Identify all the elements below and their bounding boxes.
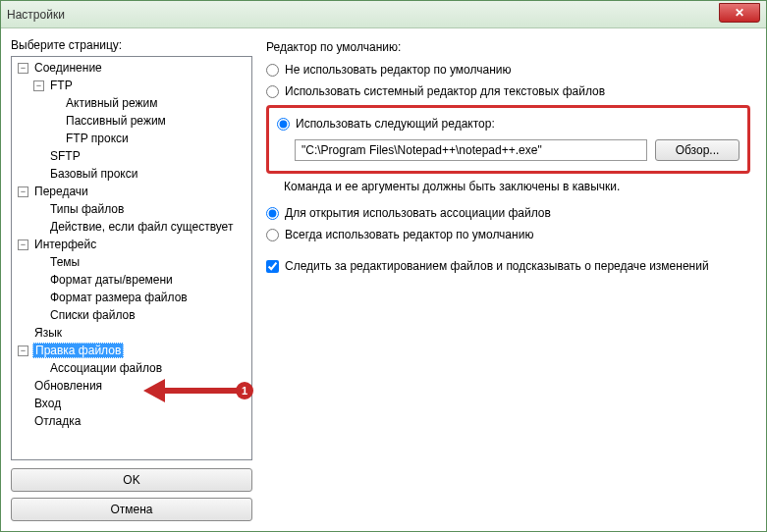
tree-item-associations[interactable]: Ассоциации файлов <box>12 359 251 377</box>
close-button[interactable]: ✕ <box>719 3 760 23</box>
tree-item-passive-mode[interactable]: Пассивный режим <box>12 112 251 130</box>
tree-item-basic-proxy[interactable]: Базовый прокси <box>12 165 251 183</box>
tree-item-login[interactable]: Вход <box>12 395 251 412</box>
settings-window: Настройки ✕ Выберите страницу: −Соединен… <box>0 0 767 532</box>
tree-item-file-lists[interactable]: Списки файлов <box>12 306 251 324</box>
tree-item-debug[interactable]: Отладка <box>12 412 251 430</box>
close-icon: ✕ <box>735 6 744 20</box>
watch-files-checkbox-row[interactable]: Следить за редактированием файлов и подс… <box>266 256 750 276</box>
tree-item-sftp[interactable]: SFTP <box>12 147 251 165</box>
tree-item-size-format[interactable]: Формат размера файлов <box>12 289 251 306</box>
tree-item-ftp[interactable]: −FTP <box>12 77 251 94</box>
editor-path-input[interactable] <box>295 139 647 161</box>
tree-item-file-exists[interactable]: Действие, если файл существует <box>12 218 251 236</box>
tree-item-interface[interactable]: −Интерфейс <box>12 236 251 253</box>
default-editor-label: Редактор по умолчанию: <box>266 40 750 54</box>
collapse-icon[interactable]: − <box>18 346 28 356</box>
collapse-icon[interactable]: − <box>18 239 28 250</box>
page-tree[interactable]: −Соединение −FTP Активный режим Пассивны… <box>11 56 252 460</box>
collapse-icon[interactable]: − <box>33 80 44 91</box>
tree-item-file-types[interactable]: Типы файлов <box>12 200 251 218</box>
tree-item-connection[interactable]: −Соединение <box>12 59 251 77</box>
tree-item-themes[interactable]: Темы <box>12 253 251 271</box>
tree-item-file-editing[interactable]: −Правка файлов <box>12 342 251 359</box>
radio-use-associations[interactable]: Для открытия использовать ассоциации фай… <box>266 203 750 223</box>
window-title: Настройки <box>7 8 65 22</box>
browse-button[interactable]: Обзор... <box>655 139 740 161</box>
radio-system-editor[interactable]: Использовать системный редактор для текс… <box>266 81 750 101</box>
window-body: Выберите страницу: −Соединение −FTP Акти… <box>1 28 766 531</box>
tree-item-date-format[interactable]: Формат даты/времени <box>12 271 251 289</box>
tree-item-updates[interactable]: Обновления <box>12 377 251 395</box>
highlighted-section: Использовать следующий редактор: Обзор..… <box>266 105 750 174</box>
radio-no-editor[interactable]: Не использовать редактор по умолчанию <box>266 60 750 80</box>
radio-custom-editor[interactable]: Использовать следующий редактор: <box>277 114 740 133</box>
left-pane: Выберите страницу: −Соединение −FTP Акти… <box>11 38 252 521</box>
tree-item-transfers[interactable]: −Передачи <box>12 183 251 200</box>
collapse-icon[interactable]: − <box>18 186 28 197</box>
tree-item-ftp-proxy[interactable]: FTP прокси <box>12 130 251 147</box>
quote-hint: Команда и ее аргументы должны быть заклю… <box>266 180 750 193</box>
watch-files-checkbox[interactable] <box>266 260 279 273</box>
tree-item-active-mode[interactable]: Активный режим <box>12 94 251 112</box>
titlebar: Настройки ✕ <box>1 1 766 28</box>
ok-button[interactable]: OK <box>11 468 252 492</box>
radio-always-default[interactable]: Всегда использовать редактор по умолчани… <box>266 225 750 244</box>
cancel-button[interactable]: Отмена <box>11 498 252 521</box>
collapse-icon[interactable]: − <box>18 63 28 74</box>
right-pane: Редактор по умолчанию: Не использовать р… <box>260 38 756 521</box>
select-page-label: Выберите страницу: <box>11 38 252 52</box>
tree-item-language[interactable]: Язык <box>12 324 251 342</box>
